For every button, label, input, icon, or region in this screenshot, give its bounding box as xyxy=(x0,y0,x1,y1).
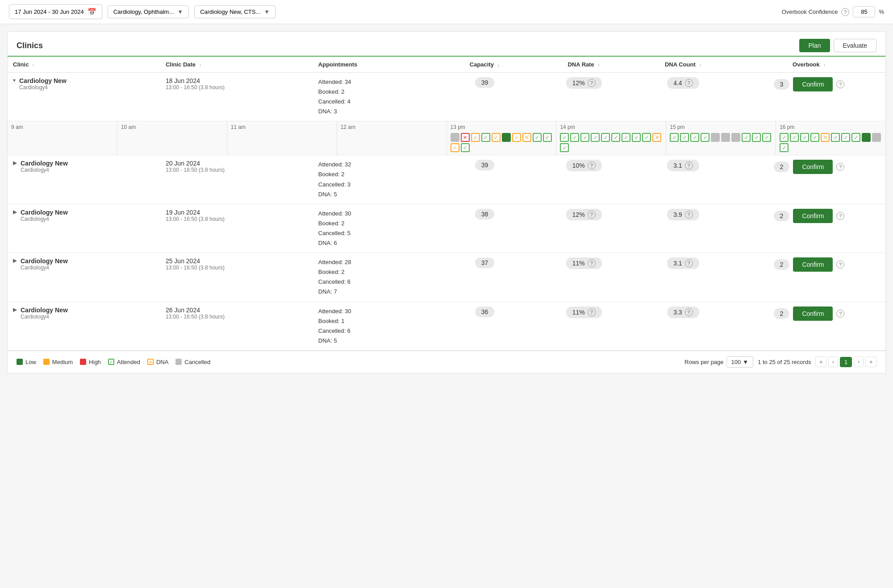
dna-rate-cell: 11% ? xyxy=(534,302,634,350)
legend-attended: ✓ Attended xyxy=(108,359,140,365)
last-page-button[interactable]: » xyxy=(865,356,876,367)
evaluate-button[interactable]: Evaluate xyxy=(834,39,876,52)
slot-dna-yellow: ✓ xyxy=(492,133,501,142)
overbook-help-icon[interactable]: ? xyxy=(836,163,844,171)
time-label: 11 am xyxy=(231,124,333,130)
slot-attended: ✓ xyxy=(543,133,552,142)
time-label: 16 pm xyxy=(780,124,882,130)
appt-grid: ✕✓✓✓✓✕✓✓✓✓ xyxy=(451,133,553,152)
cancelled-icon xyxy=(175,359,182,365)
clinic-date: 19 Jun 2024 xyxy=(166,209,308,216)
table-header-row: Clinic ↑ Clinic Date ↑ Appointments Capa… xyxy=(8,57,885,73)
dna-rate-cell: 10% ? xyxy=(534,155,634,204)
overbook-help-icon[interactable]: ? xyxy=(836,80,844,88)
collapse-icon[interactable]: ▾ xyxy=(13,77,16,83)
dna-count-cell: 3.1 ? xyxy=(634,155,733,204)
legend-medium-label: Medium xyxy=(52,359,73,365)
appointments-cell: Attended: 32 Booked: 2 Cancelled: 3 DNA:… xyxy=(313,155,435,204)
overbook-confidence-input[interactable] xyxy=(853,6,875,17)
time-slot: 12 am xyxy=(337,121,447,155)
clinic-sub: Cardiology4 xyxy=(21,265,68,271)
slot-attended: ✓ xyxy=(642,133,651,142)
dna-count-help-icon[interactable]: ? xyxy=(685,79,693,87)
records-info: 1 to 25 of 25 records xyxy=(758,359,811,365)
legend-high-label: High xyxy=(89,359,101,365)
next-page-button[interactable]: › xyxy=(854,356,864,367)
expand-icon[interactable]: ▶ xyxy=(13,209,17,215)
dna-count-help-icon[interactable]: ? xyxy=(685,211,693,219)
clinic-type-dropdown[interactable]: Cardiology New, CTS... ▼ xyxy=(194,5,275,18)
overbook-help-icon[interactable]: ? xyxy=(841,8,849,16)
date-range-button[interactable]: 17 Jun 2024 - 30 Jun 2024 📅 xyxy=(9,4,102,19)
timeline-row: 9 am 10 am 11 am 12 am xyxy=(8,121,885,155)
dna-count-cell: 3.3 ? xyxy=(634,302,733,350)
calendar-icon: 📅 xyxy=(88,8,96,16)
slot-attended: ✓ xyxy=(780,133,789,142)
slot-attended: ✓ xyxy=(810,133,819,142)
low-color-icon xyxy=(17,359,23,365)
rows-per-page-label: Rows per page xyxy=(684,359,723,365)
overbook-help-icon[interactable]: ? xyxy=(836,212,844,220)
overbook-help-icon[interactable]: ? xyxy=(836,261,844,269)
expand-icon[interactable]: ▶ xyxy=(13,306,17,313)
clinic-time: 13:00 - 16:50 (3.8 hours) xyxy=(166,314,308,320)
expand-icon[interactable]: ▶ xyxy=(13,160,17,166)
confirm-button[interactable]: Confirm xyxy=(793,306,833,321)
clinic-sub: Cardiology4 xyxy=(21,167,68,173)
expand-icon[interactable]: ▶ xyxy=(13,257,17,264)
prev-page-button[interactable]: ‹ xyxy=(828,356,838,367)
appointments-cell: Attended: 28 Booked: 2 Cancelled: 6 DNA:… xyxy=(313,253,435,302)
clinic-date-cell: 25 Jun 2024 13:00 - 16:50 (3.8 hours) xyxy=(160,253,313,302)
slot-attended: ✓ xyxy=(591,133,600,142)
plan-button[interactable]: Plan xyxy=(799,39,830,52)
page-size-value: 100 xyxy=(731,359,741,365)
dna-rate-help-icon[interactable]: ? xyxy=(588,79,596,87)
clinic-cell: ▾ Cardiology New Cardiology4 xyxy=(8,73,160,121)
legend-dna-label: DNA xyxy=(156,359,168,365)
dna-rate-help-icon[interactable]: ? xyxy=(588,211,596,219)
dna-count-help-icon[interactable]: ? xyxy=(685,308,693,316)
sort-dna-count-icon[interactable]: ↑ xyxy=(699,62,701,67)
confirm-button[interactable]: Confirm xyxy=(793,257,833,272)
percent-label: % xyxy=(879,8,884,15)
slot-attended: ✓ xyxy=(670,133,679,142)
th-clinic-date: Clinic Date ↑ xyxy=(160,57,313,73)
dna-rate-cell: 12% ? xyxy=(534,204,634,253)
first-page-button[interactable]: « xyxy=(815,356,826,367)
page-size-dropdown[interactable]: 100 ▼ xyxy=(726,356,754,368)
confirm-button[interactable]: Confirm xyxy=(793,160,833,174)
clinic-time: 13:00 - 16:50 (3.8 hours) xyxy=(166,265,308,271)
sort-date-icon[interactable]: ↑ xyxy=(199,62,202,67)
confirm-button[interactable]: Confirm xyxy=(793,209,833,223)
clinic-date: 26 Jun 2024 xyxy=(166,306,308,314)
time-label: 9 am xyxy=(11,124,113,130)
slot-attended: ✓ xyxy=(611,133,620,142)
overbook-help-icon[interactable]: ? xyxy=(836,310,844,318)
legend-cancelled: Cancelled xyxy=(175,359,210,365)
time-slot: 16 pm ✓✓✓✓✕✓✓✓✓ xyxy=(776,121,885,155)
overbook-number: 3 xyxy=(774,79,790,90)
dna-count-help-icon[interactable]: ? xyxy=(685,161,693,170)
sort-capacity-icon[interactable]: ↓ xyxy=(497,62,500,67)
confirm-button[interactable]: Confirm xyxy=(793,77,833,91)
dna-rate-help-icon[interactable]: ? xyxy=(588,161,596,170)
slot-dna-yellow: ✓ xyxy=(451,143,459,152)
time-slot: 15 pm ✓✓✓✓✓✓✓ xyxy=(666,121,776,155)
legend-attended-label: Attended xyxy=(117,359,140,365)
sort-dna-rate-icon[interactable]: ↑ xyxy=(597,62,600,67)
sort-clinic-icon[interactable]: ↑ xyxy=(32,62,35,67)
sort-overbook-icon[interactable]: ↑ xyxy=(823,62,826,67)
dna-rate-help-icon[interactable]: ? xyxy=(588,259,596,267)
dna-rate-help-icon[interactable]: ? xyxy=(588,308,596,316)
dna-rate-badge: 11% ? xyxy=(566,257,602,269)
clinic-name: Cardiology New xyxy=(19,77,67,84)
dna-count-cell: 4.4 ? xyxy=(634,73,733,121)
slot-attended: ✓ xyxy=(560,133,569,142)
specialty-dropdown[interactable]: Cardiology, Ophthalm... ▼ xyxy=(108,5,189,18)
time-label: 12 am xyxy=(341,124,443,130)
dna-count-help-icon[interactable]: ? xyxy=(685,259,693,267)
capacity-badge: 39 xyxy=(475,160,495,170)
time-slot: 11 am xyxy=(227,121,337,155)
time-label: 14 pm xyxy=(560,124,662,130)
slot-attended: ✓ xyxy=(762,133,771,142)
